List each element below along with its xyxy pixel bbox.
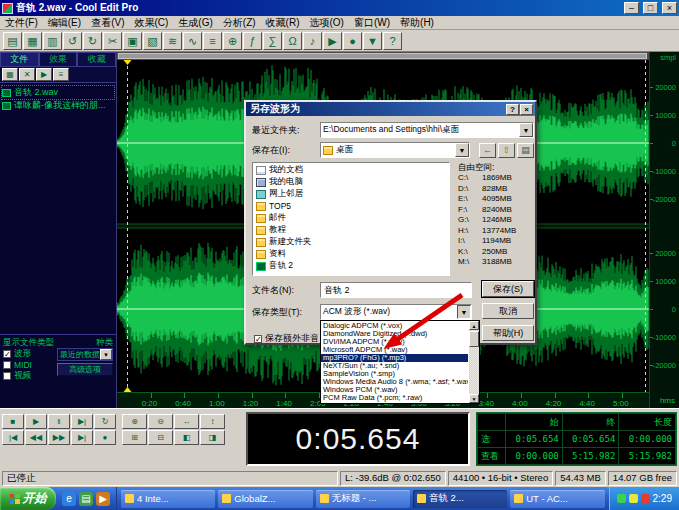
format-option[interactable]: mp3PRO? (FhG) (*.mp3) xyxy=(321,354,468,362)
play-file-icon[interactable]: ▶ xyxy=(36,68,52,81)
zoom-right-edge-button[interactable]: ◨ xyxy=(200,430,225,445)
dialog-file-item[interactable]: 我的文档 xyxy=(254,164,448,176)
open-file-icon[interactable]: ▦ xyxy=(23,32,42,50)
loop-button[interactable]: ↻ xyxy=(94,414,116,429)
taskbar-task-button[interactable]: 无标题 - ... xyxy=(316,490,410,508)
menu-item[interactable]: 收藏(R) xyxy=(261,16,305,30)
format-option[interactable]: Microsoft ADPCM (*.wav) xyxy=(321,346,468,354)
format-option[interactable]: DiamondWare Digitized (*.dwd) xyxy=(321,330,468,338)
menu-item[interactable]: 窗口(W) xyxy=(349,16,395,30)
internet-explorer-icon[interactable]: e xyxy=(62,492,76,506)
title-bar[interactable]: 音轨 2.wav - Cool Edit Pro – □ × xyxy=(0,0,679,16)
open-file-icon[interactable]: ▦ xyxy=(2,68,18,81)
menu-item[interactable]: 效果(C) xyxy=(129,16,173,30)
minimize-button[interactable]: – xyxy=(624,2,639,14)
dialog-file-item[interactable]: 我的电脑 xyxy=(254,176,448,188)
checkbox[interactable] xyxy=(3,350,11,358)
tray-icon-yellow[interactable] xyxy=(629,494,638,503)
amplitude-ruler[interactable]: smpl hms 20000100000-10000-2000020000100… xyxy=(649,52,679,408)
help-button[interactable]: 帮助(H) xyxy=(482,325,534,341)
format-option[interactable]: NeXT/Sun (*.au; *.snd) xyxy=(321,362,468,370)
rewind-button[interactable]: ◀◀ xyxy=(25,430,47,445)
advanced-options-button[interactable]: 高级选项 xyxy=(57,363,113,376)
tray-icon-green[interactable] xyxy=(617,494,626,503)
zoom-out-button[interactable]: ⊖ xyxy=(148,414,173,429)
format-option[interactable]: DVI/IMA ADPCM (*.wav) xyxy=(321,338,468,346)
play-icon[interactable]: ▶ xyxy=(323,32,342,50)
dialog-help-icon[interactable]: ? xyxy=(506,104,519,115)
format-option[interactable]: Windows Media Audio 8 (*.wma; *.asf; *.w… xyxy=(321,378,468,386)
mix-paste-icon[interactable]: ≋ xyxy=(163,32,182,50)
menu-item[interactable]: 文件(F) xyxy=(0,16,43,30)
format-option[interactable]: Windows PCM (*.wav) xyxy=(321,386,468,394)
dialog-close-icon[interactable]: × xyxy=(520,104,533,115)
open-file-item[interactable]: 谭咏麟-像我这样的朋... xyxy=(2,99,114,112)
sort-dropdown[interactable]: 最近的数据 ▼ xyxy=(57,348,113,361)
paste-icon[interactable]: ▧ xyxy=(143,32,162,50)
zoom-horizontal-button[interactable]: ↔ xyxy=(174,414,199,429)
close-file-icon[interactable]: ✕ xyxy=(19,68,35,81)
up-folder-icon[interactable]: ⇧ xyxy=(498,143,515,158)
taskbar-task-button[interactable]: GlobalZ... xyxy=(218,490,312,508)
dialog-file-item[interactable]: 网上邻居 xyxy=(254,188,448,200)
format-list-scrollbar[interactable]: ▲ ▼ xyxy=(469,321,479,403)
menu-item[interactable]: 分析(Z) xyxy=(218,16,261,30)
taskbar-task-button[interactable]: 音轨 2... xyxy=(413,490,507,508)
scroll-down-icon[interactable]: ▼ xyxy=(469,394,479,403)
undo-icon[interactable]: ↺ xyxy=(63,32,82,50)
taskbar-task-button[interactable]: 4 Inte... xyxy=(121,490,215,508)
play-button[interactable]: ▶ xyxy=(25,414,47,429)
start-button[interactable]: 开始 xyxy=(0,487,56,510)
file-type-checkbox-row[interactable]: 视频 xyxy=(3,370,55,381)
zoom-vertical-button[interactable]: ↕ xyxy=(200,414,225,429)
zoom-left-edge-button[interactable]: ◧ xyxy=(174,430,199,445)
cut-icon[interactable]: ✂ xyxy=(103,32,122,50)
show-desktop-icon[interactable]: ▤ xyxy=(79,492,93,506)
close-button[interactable]: × xyxy=(662,2,677,14)
music-icon[interactable]: ♪ xyxy=(303,32,322,50)
options-icon[interactable]: ≡ xyxy=(53,68,69,81)
taskbar-task-button[interactable]: UT - AC... xyxy=(510,490,604,508)
menu-item[interactable]: 编辑(E) xyxy=(43,16,86,30)
menu-item[interactable]: 生成(G) xyxy=(173,16,217,30)
menu-item[interactable]: 选项(O) xyxy=(304,16,348,30)
go-to-start-button[interactable]: |◀ xyxy=(2,430,24,445)
dialog-file-item[interactable]: 资料 xyxy=(254,248,448,260)
record-icon[interactable]: ● xyxy=(343,32,362,50)
filename-input[interactable]: 音轨 2 xyxy=(320,282,472,298)
save-type-dropdown[interactable]: ACM 波形 (*.wav) ▼ xyxy=(320,304,472,320)
organizer-tab[interactable]: 收藏 xyxy=(77,52,116,67)
zoom-icon[interactable]: ⊕ xyxy=(223,32,242,50)
horizontal-scrollbar[interactable] xyxy=(117,52,649,60)
tray-icon-red[interactable] xyxy=(641,494,650,503)
multitrack-view-icon[interactable]: ≡ xyxy=(203,32,222,50)
save-extra-info-row[interactable]: 保存额外非音频信息 xyxy=(254,332,318,345)
scroll-up-icon[interactable]: ▲ xyxy=(469,321,479,330)
new-folder-icon[interactable]: ▤ xyxy=(517,143,534,158)
organizer-tab[interactable]: 文件 xyxy=(0,52,39,67)
record-button[interactable]: ● xyxy=(94,430,116,445)
checkbox[interactable] xyxy=(3,361,11,369)
zoom-in-button[interactable]: ⊕ xyxy=(122,414,147,429)
dropdown-arrow-icon[interactable]: ▼ xyxy=(457,305,471,319)
save-extra-info-checkbox[interactable] xyxy=(254,335,262,343)
checkbox[interactable] xyxy=(3,372,11,380)
effects-icon[interactable]: ƒ xyxy=(243,32,262,50)
waveform-view-icon[interactable]: ∿ xyxy=(183,32,202,50)
go-to-end-button[interactable]: ▶| xyxy=(71,430,93,445)
dropdown-arrow-icon[interactable]: ▼ xyxy=(519,123,533,137)
stop-button[interactable]: ■ xyxy=(2,414,24,429)
scrollbar-thumb[interactable] xyxy=(469,331,479,347)
save-in-dropdown[interactable]: 桌面 ▼ xyxy=(320,142,470,158)
dialog-file-item[interactable]: 邮件 xyxy=(254,212,448,224)
marker-icon[interactable]: ▼ xyxy=(363,32,382,50)
menu-item[interactable]: 查看(V) xyxy=(86,16,129,30)
save-button[interactable]: 保存(S) xyxy=(482,281,534,297)
organizer-tab[interactable]: 效果 xyxy=(39,52,78,67)
redo-icon[interactable]: ↻ xyxy=(83,32,102,50)
menu-item[interactable]: 帮助(H) xyxy=(395,16,439,30)
dropdown-arrow-icon[interactable]: ▼ xyxy=(100,349,112,360)
format-option[interactable]: SampleVision (*.smp) xyxy=(321,370,468,378)
new-file-icon[interactable]: ▤ xyxy=(3,32,22,50)
dropdown-arrow-icon[interactable]: ▼ xyxy=(455,143,469,157)
